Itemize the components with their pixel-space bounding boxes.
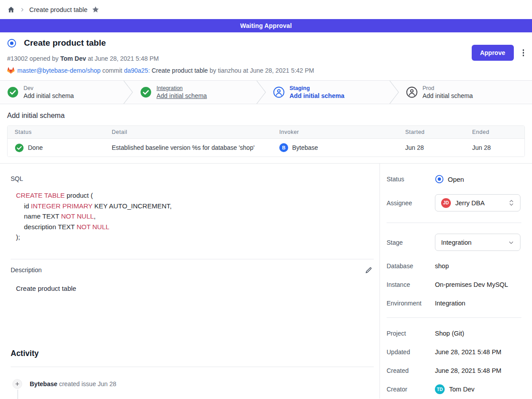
pipeline-stage-dev[interactable]: DevAdd initial schema: [0, 81, 123, 104]
description-label: Description: [11, 266, 42, 274]
issue-detail-pane: SQL CREATE TABLE product (id INTEGER PRI…: [0, 164, 380, 399]
project-row: ProjectShop (Git): [387, 330, 521, 337]
approval-banner: Waiting Approval: [0, 19, 532, 32]
assignee-label: Assignee: [387, 200, 435, 207]
status-label: Status: [387, 176, 435, 183]
stage-done-icon: [7, 86, 19, 98]
task-section: Add initial schema StatusDetailInvokerSt…: [0, 104, 532, 163]
activity-item: Bytebase created issue Jun 28: [11, 379, 374, 389]
breadcrumb: Create product table: [0, 0, 532, 19]
issue-meta: #13002 opened by Tom Dev at June 28, 202…: [7, 55, 525, 62]
home-icon[interactable]: [7, 6, 15, 14]
environment-row: EnvironmentIntegration: [387, 300, 521, 307]
task-table: StatusDetailInvokerStartedEndedDoneEstab…: [7, 125, 525, 157]
select-chevron-down-icon: [508, 239, 514, 246]
gitlab-icon: [7, 67, 15, 74]
pipeline-stage-staging[interactable]: StagingAdd initial schema: [266, 81, 389, 104]
invoker-avatar: B: [279, 143, 288, 152]
instance-row: InstanceOn-premises Dev MySQL: [387, 281, 521, 288]
assignee-avatar: JD: [441, 198, 451, 208]
edit-description-icon[interactable]: [365, 266, 372, 274]
updated-row: UpdatedJune 28, 2021 5:48 PM: [387, 348, 521, 356]
commit-hash-link[interactable]: da90a25: [124, 67, 149, 74]
activity-create-icon: [12, 379, 22, 389]
approve-button[interactable]: Approve: [472, 45, 514, 61]
approval-banner-text: Waiting Approval: [240, 22, 292, 29]
pipeline-stage-prod[interactable]: ProdAdd initial schema: [399, 81, 532, 104]
commit-message: Create product table: [152, 67, 208, 74]
task-table-header: StatusDetailInvokerStartedEnded: [8, 126, 524, 139]
assignee-select[interactable]: JD Jerry DBA: [435, 194, 520, 211]
activity-title: Activity: [11, 349, 374, 358]
issue-sidebar: Status Open Assignee JD Jerry DBA Stage: [380, 164, 532, 399]
database-row: Databaseshop: [387, 262, 521, 270]
pipeline-stages: DevAdd initial schemaIntegrationAdd init…: [0, 80, 532, 104]
sql-code: CREATE TABLE product (id INTEGER PRIMARY…: [16, 190, 374, 243]
issue-title: Create product table: [24, 38, 106, 48]
stage-pending-icon: [406, 86, 418, 98]
breadcrumb-current: Create product table: [29, 6, 87, 13]
created-row: CreatedJune 28, 2021 5:48 PM: [387, 367, 521, 374]
task-section-title: Add initial schema: [7, 112, 525, 120]
creator-avatar: TD: [435, 384, 445, 394]
status-open-icon: [435, 175, 444, 184]
task-done-icon: [15, 143, 24, 153]
sql-label: SQL: [11, 175, 374, 182]
description-text: Create product table: [16, 285, 374, 292]
select-updown-icon: [509, 200, 514, 206]
commit-branch-link[interactable]: master@bytebase-demo/shop: [17, 67, 101, 74]
issue-open-icon: [7, 39, 16, 48]
stage-label: Stage: [387, 239, 435, 246]
status-value: Open: [435, 175, 464, 184]
creator-value: TD Tom Dev: [435, 384, 474, 394]
commit-line: master@bytebase-demo/shop commit da90a25…: [7, 67, 525, 74]
pipeline-stage-integration[interactable]: IntegrationAdd initial schema: [133, 81, 256, 104]
stage-select[interactable]: Integration: [435, 234, 520, 251]
issue-header: Create product table Approve #13002 open…: [0, 32, 532, 80]
stage-pending-icon: [273, 86, 285, 98]
more-actions-icon[interactable]: [522, 47, 525, 58]
breadcrumb-chevron-icon: [20, 7, 25, 12]
creator-label: Creator: [387, 386, 435, 393]
task-row[interactable]: DoneEstablished baseline version %s for …: [8, 139, 524, 156]
issue-author: Tom Dev: [60, 55, 86, 62]
favorite-star-icon[interactable]: [92, 6, 99, 13]
stage-done-icon: [140, 86, 152, 98]
